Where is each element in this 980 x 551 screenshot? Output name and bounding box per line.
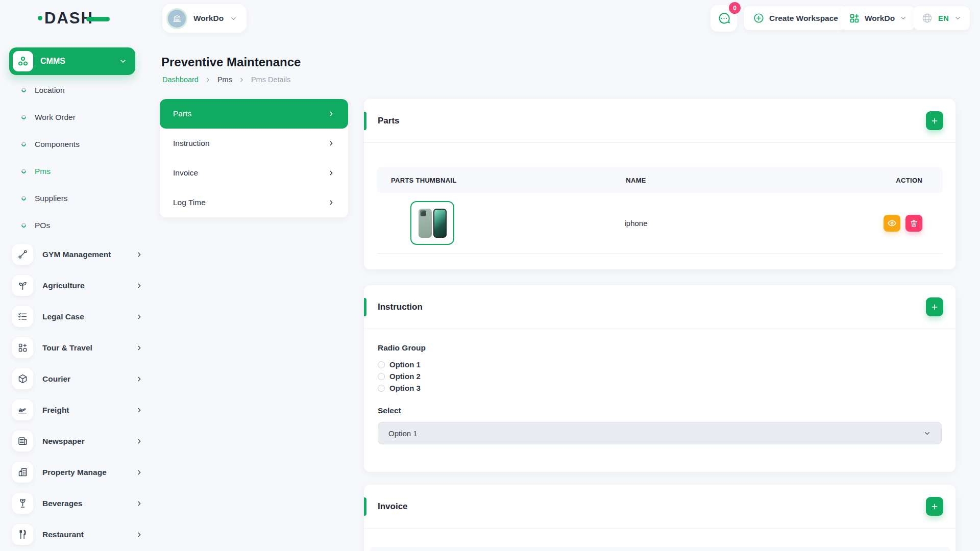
sidebar-group-agriculture[interactable]: Agriculture — [9, 270, 143, 301]
col-parts-thumbnail: PARTS THUMBNAIL — [391, 177, 513, 184]
sidebar-group-courier[interactable]: Courier — [9, 363, 143, 394]
invoice-title: Invoice — [378, 502, 408, 512]
instruction-title: Instruction — [378, 302, 423, 312]
invoice-section: Invoice — [364, 485, 955, 551]
plus-circle-icon — [753, 12, 765, 24]
language-code: EN — [938, 14, 949, 22]
create-workspace-button[interactable]: Create Workspace — [744, 6, 847, 30]
workdo-menu[interactable]: WorkDo — [841, 6, 915, 30]
sidebar-group-property-manage[interactable]: Property Manage — [9, 457, 143, 488]
sidebar-item-suppliers[interactable]: Suppliers — [9, 185, 142, 212]
parts-section: Parts PARTS THUMBNAIL NAME ACTION iphone — [364, 99, 955, 269]
chevron-right-icon — [136, 251, 143, 258]
three-circles-icon — [17, 55, 29, 67]
delete-part-button[interactable] — [905, 215, 922, 232]
sidebar-item-pos[interactable]: POs — [9, 212, 142, 239]
select-value: Option 1 — [388, 429, 418, 438]
screen: DASH WorkDo 0 Create Workspace — [0, 0, 980, 551]
sidebar-module-cmms[interactable]: CMMS — [9, 47, 135, 75]
cmms-label: CMMS — [40, 57, 112, 66]
add-instruction-button[interactable] — [926, 297, 943, 316]
tab-log-time[interactable]: Log Time — [160, 188, 348, 217]
add-invoice-button[interactable] — [926, 497, 943, 516]
parts-title: Parts — [378, 116, 400, 126]
tab-invoice[interactable]: Invoice — [160, 158, 348, 188]
workspace-switcher[interactable]: WorkDo — [162, 4, 247, 33]
instruction-section: Instruction Radio Group Option 1 Option … — [364, 285, 955, 472]
tab-parts[interactable]: Parts — [160, 99, 348, 129]
grid-plus-icon — [12, 337, 33, 358]
sidebar-item-work-order[interactable]: Work Order — [9, 104, 142, 131]
messages-button[interactable]: 0 — [710, 5, 737, 32]
sidebar-group-restaurant[interactable]: Restaurant — [9, 519, 143, 550]
select-label: Select — [378, 406, 942, 415]
workspace-avatar — [166, 8, 187, 29]
sidebar-item-components[interactable]: Components — [9, 131, 142, 158]
chevron-right-icon — [136, 438, 143, 445]
radio-icon[interactable] — [378, 361, 385, 368]
package-icon — [12, 368, 33, 389]
dumbbell-icon — [12, 244, 33, 265]
sidebar-group-freight[interactable]: Freight — [9, 394, 143, 425]
chevron-right-icon — [136, 500, 143, 507]
page-title: Preventive Maintenance — [161, 55, 301, 69]
tab-instruction[interactable]: Instruction — [160, 129, 348, 158]
globe-icon — [921, 12, 933, 24]
sidebar-group-beverages[interactable]: Beverages — [9, 488, 143, 519]
chevron-down-icon — [119, 57, 127, 65]
chevron-down-icon — [923, 430, 931, 437]
chevron-right-icon — [205, 77, 211, 83]
chevron-right-icon — [136, 344, 143, 352]
part-thumbnail-iphone[interactable] — [410, 201, 454, 245]
parts-table-header: PARTS THUMBNAIL NAME ACTION — [377, 167, 943, 193]
chevron-right-icon — [328, 140, 335, 147]
breadcrumb-dashboard[interactable]: Dashboard — [162, 76, 199, 84]
newspaper-icon — [12, 431, 33, 452]
sprout-icon — [12, 275, 33, 296]
detail-tabs: Parts Instruction Invoice Log Time — [160, 99, 348, 217]
select-dropdown[interactable]: Option 1 — [378, 422, 942, 444]
radio-icon[interactable] — [378, 385, 385, 392]
sidebar-item-pms[interactable]: Pms — [9, 158, 142, 185]
bullet-icon — [20, 87, 27, 93]
cmms-iconbox — [13, 51, 33, 71]
checklist-icon — [12, 306, 33, 327]
building-icon — [172, 13, 183, 24]
section-accent-bar — [364, 298, 366, 316]
radio-option-2[interactable]: Option 2 — [378, 370, 942, 382]
logo-dot — [38, 16, 42, 20]
plane-icon — [12, 399, 33, 420]
add-part-button[interactable] — [926, 111, 943, 130]
breadcrumb-pms[interactable]: Pms — [217, 76, 232, 84]
chevron-right-icon — [136, 407, 143, 414]
sidebar-group-tour-travel[interactable]: Tour & Travel — [9, 332, 143, 363]
sidebar-item-location[interactable]: Location — [9, 77, 142, 104]
instruction-body: Radio Group Option 1 Option 2 Option 3 S… — [364, 329, 955, 444]
sidebar-group-legal-case[interactable]: Legal Case — [9, 301, 143, 332]
chevron-down-icon — [899, 14, 907, 22]
bullet-icon — [20, 168, 27, 174]
sidebar-group-gym-management[interactable]: GYM Management — [9, 239, 143, 270]
chevron-right-icon — [238, 77, 245, 83]
cutlery-icon — [12, 524, 33, 545]
create-workspace-label: Create Workspace — [769, 14, 838, 23]
radio-option-1[interactable]: Option 1 — [378, 359, 942, 370]
language-selector[interactable]: EN — [913, 6, 970, 30]
view-part-button[interactable] — [884, 215, 900, 232]
radio-icon[interactable] — [378, 373, 385, 380]
sidebar-group-newspaper[interactable]: Newspaper — [9, 425, 143, 457]
workdo-menu-label: WorkDo — [865, 14, 895, 23]
iphone-back-image — [419, 209, 432, 238]
col-action: ACTION — [758, 177, 928, 184]
instruction-header: Instruction — [364, 285, 955, 329]
breadcrumb: Dashboard Pms Pms Details — [162, 76, 290, 84]
brand-logo[interactable]: DASH — [38, 10, 110, 26]
logo-dash — [86, 17, 110, 21]
radio-group-label: Radio Group — [378, 343, 942, 353]
grid-plus-icon — [849, 13, 860, 24]
plus-icon — [930, 303, 939, 311]
radio-option-3[interactable]: Option 3 — [378, 382, 942, 394]
chevron-right-icon — [328, 110, 335, 117]
radio-group: Option 1 Option 2 Option 3 — [378, 359, 942, 394]
building-icon — [12, 462, 33, 483]
